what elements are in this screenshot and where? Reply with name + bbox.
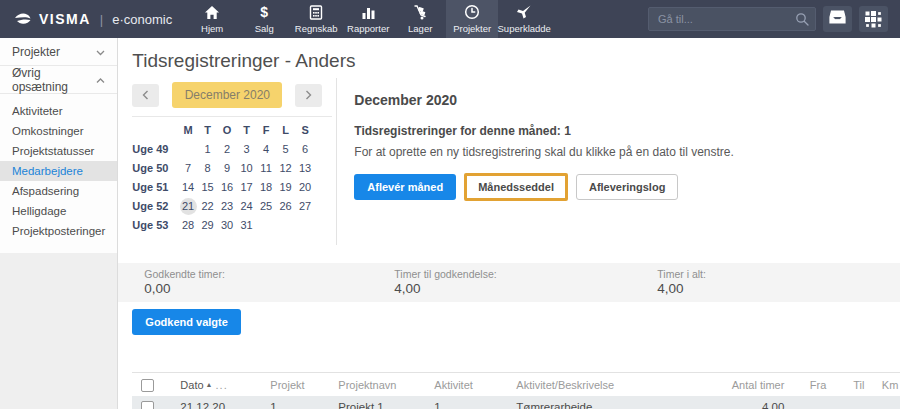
submission-log-button[interactable]: Afleveringslog: [576, 174, 678, 200]
calendar-panel: December 2020 M T O T F L S Uge 49: [132, 78, 337, 245]
calendar-day[interactable]: [178, 140, 198, 159]
approve-selected-button[interactable]: Godkend valgte: [132, 309, 241, 335]
calendar-day[interactable]: 27: [295, 197, 315, 216]
sidebar-item-projektposteringer[interactable]: Projektposteringer: [0, 221, 117, 241]
nav-label: Projekter: [453, 23, 491, 34]
column-header-beskrivelse[interactable]: Aktivitet/Beskrivelse: [512, 373, 704, 396]
stat-hours-for-approval: Timer til godkendelse: 4,00: [394, 268, 657, 296]
sidebar-item-omkostninger[interactable]: Omkostninger: [0, 121, 117, 141]
calendar-day[interactable]: 25: [256, 197, 276, 216]
stat-value: 4,00: [394, 281, 657, 296]
search-icon[interactable]: [795, 12, 809, 30]
calendar-day[interactable]: 13: [295, 159, 315, 178]
column-header-fra[interactable]: Fra: [788, 373, 830, 396]
calendar-day[interactable]: 8: [198, 159, 218, 178]
clock-icon: [464, 4, 480, 20]
calendar-day[interactable]: 16: [217, 178, 237, 197]
cell-km: [868, 396, 900, 409]
calendar-day[interactable]: 19: [276, 178, 296, 197]
calendar-day[interactable]: 26: [276, 197, 296, 216]
calendar-day[interactable]: 11: [256, 159, 276, 178]
calendar-day[interactable]: 22: [198, 197, 218, 216]
calendar-day[interactable]: 15: [198, 178, 218, 197]
column-header-til[interactable]: Til: [830, 373, 868, 396]
calendar-day[interactable]: 17: [237, 178, 257, 197]
calendar-day[interactable]: 10: [237, 159, 257, 178]
panel-heading: December 2020: [354, 92, 900, 108]
column-header-km[interactable]: Km: [868, 373, 900, 396]
column-header-projektnavn[interactable]: Projektnavn: [334, 373, 430, 396]
calendar-day[interactable]: 7: [178, 159, 198, 178]
weekday-header: T: [237, 121, 257, 140]
previous-month-button[interactable]: [132, 84, 159, 107]
stat-value: 0,00: [144, 281, 394, 296]
calendar-day[interactable]: 30: [217, 216, 237, 235]
weekday-header: L: [276, 121, 296, 140]
cell-til: [830, 396, 868, 409]
column-header-aktivitet[interactable]: Aktivitet: [430, 373, 512, 396]
nav-item-projekter[interactable]: Projekter: [446, 0, 498, 38]
select-all-checkbox[interactable]: [141, 379, 154, 392]
table-row[interactable]: 21.12.20 1 Projekt 1 1 Tømrerarbejde 4,0…: [132, 396, 900, 409]
sidebar-item-afspadsering[interactable]: Afspadsering: [0, 181, 117, 201]
column-more-indicator[interactable]: ...: [216, 379, 228, 391]
chevron-down-icon: [96, 45, 105, 59]
calendar-day[interactable]: 12: [276, 159, 296, 178]
sidebar-item-aktiviteter[interactable]: Aktiviteter: [0, 101, 117, 121]
calendar-day[interactable]: 1: [198, 140, 218, 159]
calendar-day[interactable]: [295, 216, 315, 235]
nav-item-hjem[interactable]: Hjem: [186, 0, 238, 38]
nav-item-rapporter[interactable]: Rapporter: [342, 0, 394, 38]
visma-swoosh-icon: [14, 13, 32, 25]
column-header-projekt[interactable]: Projekt: [266, 373, 334, 396]
nav-item-superkladde[interactable]: Superkladde: [498, 0, 550, 38]
nav-label: Hjem: [201, 23, 223, 34]
main-nav: Hjem $ Salg Regnskab Rapporter Lager: [186, 0, 550, 38]
calendar-day[interactable]: 29: [198, 216, 218, 235]
next-month-button[interactable]: [295, 84, 322, 107]
calendar-day[interactable]: 23: [217, 197, 237, 216]
calendar-day[interactable]: 20: [295, 178, 315, 197]
calendar-day[interactable]: 14: [178, 178, 198, 197]
calendar-day[interactable]: 5: [276, 140, 296, 159]
sidebar-menu: Aktiviteter Omkostninger Projektstatusse…: [0, 94, 117, 253]
calendar-day[interactable]: 4: [256, 140, 276, 159]
inbox-button[interactable]: [823, 6, 852, 32]
calendar-day[interactable]: 28: [178, 216, 198, 235]
nav-item-lager[interactable]: Lager: [394, 0, 446, 38]
calendar-day-selected[interactable]: 21: [178, 197, 198, 216]
sidebar-item-projektstatusser[interactable]: Projektstatusser: [0, 141, 117, 161]
table-header-row: Dato▲... Projekt Projektnavn Aktivitet A…: [132, 373, 900, 396]
sidebar-section-projekter[interactable]: Projekter: [0, 38, 117, 66]
month-sheet-button[interactable]: Månedsseddel: [464, 173, 568, 201]
hours-summary-bar: Godkendte timer: 0,00 Timer til godkende…: [118, 263, 900, 302]
sidebar-section-ovrig-opsaetning[interactable]: Øvrig opsætning: [0, 66, 117, 94]
column-header-antal-timer[interactable]: Antal timer: [704, 373, 788, 396]
search-input[interactable]: [648, 7, 816, 31]
cell-aktivitet: 1: [430, 396, 512, 409]
nav-label: Salg: [255, 23, 274, 34]
column-header-dato[interactable]: Dato▲...: [176, 373, 266, 396]
global-search: [648, 7, 816, 31]
calendar-day[interactable]: 31: [237, 216, 257, 235]
calendar-day[interactable]: 2: [217, 140, 237, 159]
section-label: Øvrig opsætning: [12, 66, 96, 94]
cell-projektnavn: Projekt 1: [334, 396, 430, 409]
nav-item-salg[interactable]: $ Salg: [238, 0, 290, 38]
cell-fra: [788, 396, 830, 409]
sidebar-item-helligdage[interactable]: Helligdage: [0, 201, 117, 221]
calendar-day[interactable]: [256, 216, 276, 235]
calendar-day[interactable]: 6: [295, 140, 315, 159]
apps-menu-button[interactable]: [859, 6, 888, 32]
calendar-day[interactable]: 9: [217, 159, 237, 178]
calendar-day[interactable]: 24: [237, 197, 257, 216]
calendar-day[interactable]: 3: [237, 140, 257, 159]
submit-month-button[interactable]: Aflevér måned: [354, 174, 456, 200]
row-checkbox[interactable]: [141, 401, 154, 409]
calendar-day[interactable]: [276, 216, 296, 235]
sidebar-filler: [0, 253, 117, 409]
sidebar-item-medarbejdere[interactable]: Medarbejdere: [0, 161, 117, 181]
month-selector-button[interactable]: December 2020: [172, 82, 282, 108]
calendar-day[interactable]: 18: [256, 178, 276, 197]
nav-item-regnskab[interactable]: Regnskab: [290, 0, 342, 38]
